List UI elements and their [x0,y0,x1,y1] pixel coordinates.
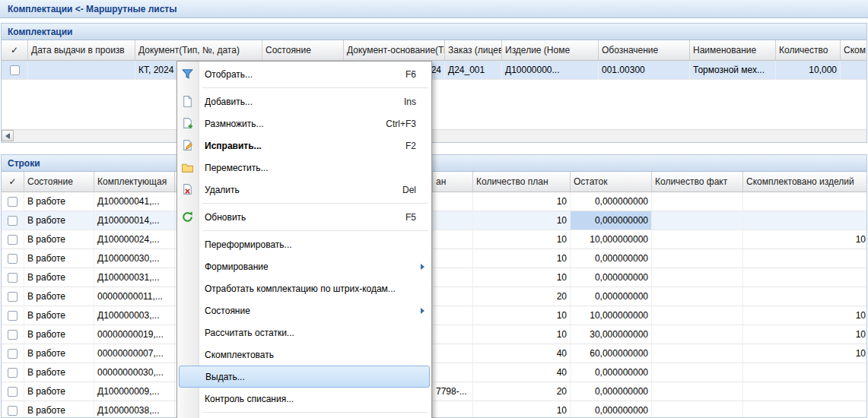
row-checkbox[interactable] [8,311,17,321]
menu-item-delete[interactable]: УдалитьDel [177,179,431,201]
menu-item-label: Формирование [205,261,416,272]
grid-cell: Д10000000... [502,61,599,80]
grid-cell [28,61,135,80]
edit-icon [181,139,194,152]
table-row[interactable]: В работе00000000011,...200,000000000 [2,287,866,306]
grid-cell [652,363,743,382]
scroll-left-button[interactable] [2,130,14,141]
row-checkbox[interactable] [8,216,17,226]
column-header[interactable]: Изделие (Номе [502,40,599,60]
grid-cell: 10 [743,306,866,325]
column-header[interactable]: Наименование [690,40,776,60]
table-row[interactable]: В работеД100000031,...100,000000000 [2,268,866,287]
grid-cell: 20 [473,287,571,306]
column-header[interactable]: Остаток [571,172,652,192]
column-header[interactable]: Документ-основание(Ти [344,40,445,60]
menu-item-duplicate[interactable]: Размножить...Ctrl+F3 [177,112,431,135]
menu-item-assemble[interactable]: Скомплектовать [177,344,431,366]
cell-text: 20 [557,386,567,397]
column-header[interactable]: Количество факт [652,172,743,192]
table-row[interactable]: В работеД100000041,...100,000000000 [2,192,866,211]
cell-text: 10 [557,234,567,245]
row-checkbox[interactable] [10,65,20,75]
table-row[interactable]: В работеД100000038,...100,000000000 [2,401,866,418]
table-row[interactable]: КТ, 2024024Д24_001Д10000000...001.00300Т… [2,61,866,80]
grid-cell [743,401,866,418]
column-header[interactable]: Состояние [24,172,94,192]
column-header[interactable]: Документ(Тип, №, дата) [135,40,262,60]
menu-item-refresh[interactable]: ОбновитьF5 [177,206,431,228]
menu-item-shortcut: F5 [405,212,416,223]
menu-item-formation[interactable]: Формирование [177,255,431,277]
column-header[interactable]: Состояние [262,40,344,60]
column-header-label: Комплектующая [97,176,167,187]
menu-item-barcode-processing[interactable]: Отработать комплектацию по штрих-кодам..… [177,277,431,299]
kits-grid-header: ✓Дата выдачи в произвДокумент(Тип, №, да… [2,40,866,61]
row-checkbox[interactable] [8,368,17,378]
checkbox-cell [2,192,24,211]
table-row[interactable]: В работеД100000003,...1010,00000000010 [2,306,866,325]
cell-text: 001.00300 [602,65,645,75]
grid-cell: В работе [24,363,94,382]
column-header-label: Ском [844,45,866,55]
checkbox-cell [2,268,24,287]
menu-item-shortcut: Ctrl+F3 [386,119,416,129]
row-checkbox[interactable] [8,330,17,340]
breadcrumb-title: Комплектации <- Маршрутные листы [8,4,176,14]
menu-item-writeoff-control[interactable]: Контроль списания... [177,388,431,410]
select-all-header[interactable]: ✓ [2,172,24,192]
row-checkbox[interactable] [8,292,17,302]
table-row[interactable]: В работе00000000007,...4060,00000000010 [2,344,866,363]
left-arrow-icon [5,133,10,139]
column-header[interactable]: Количество план [473,172,571,192]
table-row[interactable]: В работе00000000030,...400,000000000 [2,363,866,382]
kits-horizontal-scrollbar[interactable] [2,129,866,142]
row-checkbox[interactable] [8,349,17,359]
grid-cell: В работе [24,192,94,211]
table-row[interactable]: В работеД100000014,...100,000000000 [2,211,866,230]
table-row[interactable]: В работеД100000009,...7798-...200,000000… [2,382,866,401]
grid-cell [433,192,473,211]
cell-text: 10,000000000 [590,310,648,321]
row-checkbox[interactable] [8,406,17,416]
column-header[interactable]: Количество [776,40,841,60]
column-header[interactable]: Ском [841,40,866,60]
row-checkbox[interactable] [8,387,17,397]
grid-cell [743,211,866,230]
menu-item-label: Удалить [205,185,393,195]
menu-item-move[interactable]: Переместить... [177,157,431,179]
column-header[interactable]: Обозначение [599,40,690,60]
row-checkbox[interactable] [8,273,17,283]
column-header[interactable]: Скомплектовано изделий [743,172,866,192]
grid-cell: 10 [473,401,571,418]
checkbox-cell [2,287,24,306]
menu-item-issue[interactable]: Выдать... [179,366,430,388]
column-header[interactable]: ан [433,172,473,192]
grid-cell [743,268,866,287]
column-header[interactable]: Комплектующая [94,172,175,192]
grid-cell [652,211,743,230]
cell-text: Д100000030,... [97,253,160,264]
table-row[interactable]: В работе00000000019,...1030,00000000010 [2,325,866,344]
grid-cell: 0,000000000 [571,287,652,306]
grid-cell: 10 [473,230,571,249]
grid-cell: 00000000019,... [94,325,175,344]
menu-item-add[interactable]: Добавить...Ins [177,90,431,112]
column-header[interactable]: Дата выдачи в произв [28,40,135,60]
table-row[interactable]: В работеД100000024,...1010,00000000010 [2,230,866,249]
menu-item-edit[interactable]: Исправить...F2 [177,135,431,157]
menu-item-filter[interactable]: Отобрать...F6 [177,63,431,85]
row-checkbox[interactable] [8,197,17,207]
grid-cell: В работе [24,211,94,230]
grid-cell [743,287,866,306]
menu-item-reform[interactable]: Переформировать... [177,233,431,255]
menu-item-state[interactable]: Состояние [177,299,431,321]
table-row[interactable]: В работеД100000030,...100,000000000 [2,249,866,268]
select-all-header[interactable]: ✓ [2,40,28,60]
row-checkbox[interactable] [8,254,17,264]
menu-item-recalc-remainders[interactable]: Рассчитать остатки... [177,321,431,344]
add-icon [181,95,194,108]
cell-text: Д24_001 [448,65,485,75]
row-checkbox[interactable] [8,235,17,245]
column-header[interactable]: Заказ (лицево [445,40,502,60]
